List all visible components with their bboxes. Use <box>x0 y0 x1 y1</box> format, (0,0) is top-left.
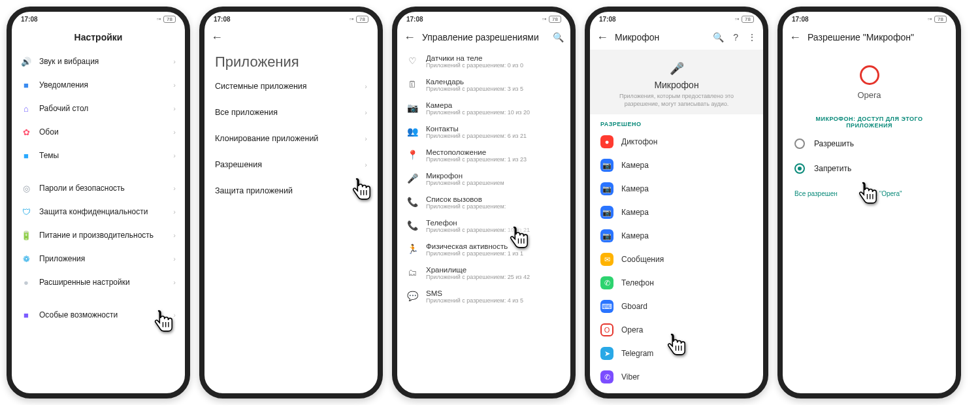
item-icon: ■ <box>21 80 31 90</box>
app-item[interactable]: 📷Камера <box>590 154 763 177</box>
app-item[interactable]: 📷Камера <box>590 224 763 248</box>
mic-permission-header: 🎤 Микрофон Приложения, которым предостав… <box>590 50 763 114</box>
chevron-right-icon: › <box>365 135 367 142</box>
permission-item[interactable]: 📍МестоположениеПриложений с разрешением:… <box>397 144 570 167</box>
permission-item[interactable]: 💬SMSПриложений с разрешением: 4 из 5 <box>397 285 570 308</box>
app-icon: ✆ <box>600 276 613 289</box>
apps-item[interactable]: Разрешения› <box>204 152 378 178</box>
permission-title: Местоположение <box>426 148 527 156</box>
item-label: Звук и вибрация <box>39 57 165 66</box>
apps-item[interactable]: Все приложения› <box>204 99 378 125</box>
permission-item[interactable]: 🎤МикрофонПриложений с разрешением <box>397 167 570 191</box>
permission-item[interactable]: 👥КонтактыПриложений с разрешением: 6 из … <box>397 120 570 144</box>
settings-item[interactable]: 🔋Питание и производительность› <box>12 223 185 247</box>
app-item[interactable]: ✆Телефон <box>590 271 763 295</box>
app-header: Opera <box>783 50 956 109</box>
app-item[interactable]: ✉Сообщения <box>590 248 763 271</box>
permission-item[interactable]: 📷КамераПриложений с разрешением: 10 из 2… <box>397 97 570 120</box>
permission-item[interactable]: 📞ТелефонПриложений с разрешением: 10 из … <box>397 214 570 238</box>
permission-item[interactable]: 🗓КалендарьПриложений с разрешением: 3 из… <box>397 73 570 97</box>
item-icon: 🛡 <box>21 207 31 217</box>
item-label: Защита конфиденциальности <box>39 207 165 216</box>
permission-icon: 💬 <box>406 291 418 301</box>
app-item[interactable]: 📷Камера <box>590 201 763 224</box>
settings-item[interactable]: ◎Пароли и безопасность› <box>12 176 185 200</box>
statusbar: 17:08 ▫▪78 <box>397 12 570 25</box>
option-allow-label: Разрешить <box>814 139 854 148</box>
settings-item[interactable]: 🔊Звук и вибрация› <box>12 50 185 73</box>
back-button[interactable]: ← <box>789 31 801 44</box>
settings-item[interactable]: ■Уведомления› <box>12 73 185 97</box>
radio-deny[interactable] <box>794 163 805 174</box>
item-icon: ✿ <box>21 127 31 137</box>
app-item[interactable]: ✆Viber <box>590 365 763 389</box>
app-item[interactable]: OOpera <box>590 318 763 342</box>
apps-item[interactable]: Защита приложений› <box>204 178 378 204</box>
search-icon[interactable]: 🔍 <box>553 32 564 42</box>
permission-subtitle: Приложений с разрешением <box>426 180 504 186</box>
chevron-right-icon: › <box>173 278 176 286</box>
app-icon: 📷 <box>600 206 613 219</box>
permission-title: Телефон <box>426 219 530 227</box>
item-icon: ◎ <box>21 184 31 193</box>
settings-item[interactable]: ■Темы› <box>12 144 185 167</box>
option-deny[interactable]: Запретить <box>783 156 956 181</box>
permission-title: SMS <box>426 289 523 297</box>
apps-item[interactable]: Клонирование приложений› <box>204 125 378 152</box>
app-label: Gboard <box>621 302 647 311</box>
item-icon: ⌂ <box>21 104 31 114</box>
chevron-right-icon: › <box>173 255 176 263</box>
app-label: Камера <box>621 184 649 193</box>
permission-item[interactable]: ♡Датчики на телеПриложений с разрешением… <box>397 50 570 73</box>
back-button[interactable]: ← <box>596 31 608 44</box>
item-label: Защита приложений <box>215 186 357 195</box>
chevron-right-icon: › <box>173 152 176 159</box>
phone-5: 17:08 ▫▪78 ← Разрешение "Микрофон" Opera… <box>777 7 961 399</box>
more-icon[interactable]: ⋮ <box>747 32 757 42</box>
permission-icon: 📍 <box>406 150 418 160</box>
app-icon: 📷 <box>600 159 613 172</box>
battery-icon: 78 <box>934 16 947 23</box>
radio-allow[interactable] <box>794 138 805 149</box>
back-button[interactable]: ← <box>404 31 416 44</box>
settings-item[interactable]: ❁Приложения› <box>12 247 185 270</box>
opera-icon <box>860 65 879 85</box>
all-permissions-link[interactable]: Все разрешен XXXXX ения "Opera" <box>783 181 956 206</box>
back-button[interactable]: ← <box>211 31 223 44</box>
item-icon: ● <box>21 278 31 287</box>
app-icon: O <box>600 323 613 336</box>
chevron-right-icon: › <box>173 57 176 65</box>
search-icon[interactable]: 🔍 <box>713 32 724 42</box>
section-allowed: РАЗРЕШЕНО <box>590 114 763 130</box>
settings-item[interactable]: ⌂Рабочий стол› <box>12 97 185 120</box>
permission-title: Контакты <box>426 125 527 133</box>
item-label: Разрешения <box>215 160 357 169</box>
chevron-right-icon: › <box>173 81 176 89</box>
help-icon[interactable]: ? <box>733 32 738 42</box>
permission-icon: 📞 <box>406 220 418 231</box>
permission-item[interactable]: 🗂ХранилищеПриложений с разрешением: 25 и… <box>397 261 570 285</box>
page-title: Разрешение "Микрофон" <box>808 32 914 42</box>
permission-item[interactable]: 🏃Физическая активностьПриложений с разре… <box>397 238 570 261</box>
app-icon: ⌨ <box>600 300 613 313</box>
apps-item[interactable]: Системные приложения› <box>204 73 378 99</box>
app-item[interactable]: ⌨Gboard <box>590 295 763 318</box>
settings-item[interactable]: ■Особые возможности› <box>12 303 185 327</box>
item-label: Уведомления <box>39 80 165 90</box>
settings-item[interactable]: 🛡Защита конфиденциальности› <box>12 200 185 223</box>
permission-title: Датчики на теле <box>426 54 523 62</box>
permission-title: Хранилище <box>426 266 530 274</box>
permission-item[interactable]: 📞Список вызововПриложений с разрешением: <box>397 191 570 214</box>
app-item[interactable]: ●Диктофон <box>590 130 763 154</box>
permission-icon: 👥 <box>406 126 418 137</box>
page-title: Приложения <box>204 50 378 73</box>
app-item[interactable]: 📷Камера <box>590 177 763 201</box>
page-title: Настройки <box>74 32 123 42</box>
permission-subtitle: Приложений с разрешением: 10 из 21 <box>426 227 530 233</box>
app-item[interactable]: ➤Telegram <box>590 342 763 365</box>
battery-icon: 78 <box>549 16 561 23</box>
settings-item[interactable]: ✿Обои› <box>12 120 185 144</box>
settings-item[interactable]: ●Расширенные настройки› <box>12 270 185 294</box>
option-allow[interactable]: Разрешить <box>783 131 956 156</box>
permission-icon: 🏃 <box>406 244 418 254</box>
